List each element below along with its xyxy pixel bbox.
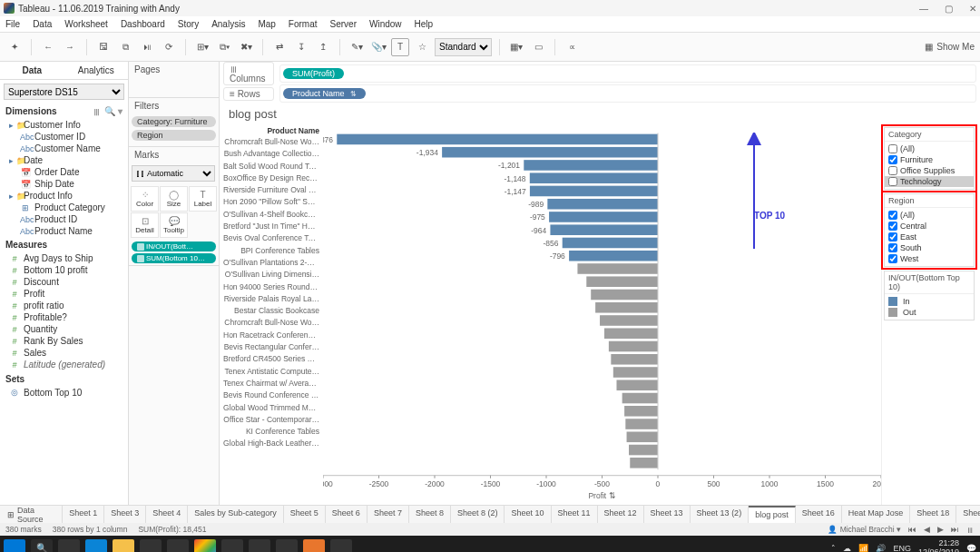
sheet-tab[interactable]: Sheet 8 (2) — [451, 506, 505, 523]
meas-profit[interactable]: #Profit — [4, 288, 124, 300]
analytics-tab[interactable]: Analytics — [64, 62, 129, 79]
meas-latitude-generated-[interactable]: #Latitude (generated) — [4, 359, 124, 370]
bar[interactable] — [524, 160, 658, 171]
nav-grid[interactable]: ⫼ — [966, 525, 975, 534]
filter-option[interactable]: South — [888, 242, 970, 253]
maximize-button[interactable]: ▢ — [945, 4, 953, 14]
bar[interactable] — [577, 263, 658, 274]
viz-title[interactable]: blog post — [229, 107, 277, 121]
dim-product-category[interactable]: ⊞Product Category — [4, 202, 124, 213]
filter-option[interactable]: Office Supplies — [888, 165, 970, 176]
chrome-icon[interactable] — [194, 539, 216, 552]
sort-asc-button[interactable]: ↧ — [292, 38, 310, 56]
mail-icon[interactable] — [167, 539, 189, 552]
meas-quantity[interactable]: #Quantity — [4, 323, 124, 335]
row-label[interactable]: Bevis Round Conference T… — [223, 389, 319, 401]
sheet-tab[interactable]: Sheet 18 — [910, 506, 956, 523]
row-label[interactable]: Hon 94000 Series Round T… — [223, 281, 319, 293]
row-label[interactable]: Balt Solid Wood Round Ta… — [223, 161, 319, 172]
bar[interactable] — [616, 380, 658, 390]
rows-pill-productname[interactable]: Product Name⇅ — [283, 88, 366, 99]
sheet-tab[interactable]: Sheet 1 — [63, 506, 104, 523]
sheet-tab[interactable]: blog post — [749, 506, 796, 523]
row-label[interactable]: Hon 2090 "Pillow Soft" Se… — [223, 196, 319, 208]
category-filter-card[interactable]: Category (All)FurnitureOffice SuppliesTe… — [884, 127, 975, 190]
row-label[interactable]: O'Sullivan 4-Shelf Bookca… — [223, 209, 319, 221]
sheet-tab[interactable]: Sales by Sub-category — [188, 506, 284, 523]
bar[interactable] — [625, 419, 658, 429]
filter-option[interactable]: (All) — [888, 210, 970, 221]
tray-notifications-icon[interactable]: 💬 — [966, 544, 976, 552]
taskview-icon[interactable] — [58, 539, 80, 552]
sheet-tab[interactable]: Heat Map Jose — [842, 506, 911, 523]
bar[interactable] — [550, 224, 658, 235]
dimensions-tools[interactable]: ⫼ 🔍 ▾ — [93, 106, 122, 116]
bar[interactable] — [547, 199, 658, 210]
menu-window[interactable]: Window — [369, 19, 402, 29]
columns-pill-profit[interactable]: SUM(Profit) — [283, 68, 344, 79]
row-label[interactable]: Global Wood Trimmed Ma… — [223, 402, 319, 414]
dim-customer-name[interactable]: AbcCustomer Name — [4, 143, 124, 154]
cards-button[interactable]: ▦▾ — [507, 38, 525, 56]
sheet-tab[interactable]: Sheet 13 (2) — [691, 506, 750, 523]
bar[interactable] — [611, 354, 658, 365]
marks-color[interactable]: ⁘Color — [131, 186, 159, 212]
tray-clock[interactable]: 21:28 12/06/2019 — [918, 539, 959, 552]
tableau-logo-icon[interactable]: ✦ — [5, 38, 24, 56]
row-label[interactable]: O'Sullivan Living Dimensi… — [223, 269, 319, 281]
save-button[interactable]: 🖫 — [94, 38, 113, 56]
sheet-tab[interactable]: Sheet 7 — [368, 506, 409, 523]
sheet-tab[interactable]: Sheet 13 — [644, 506, 691, 523]
bar[interactable] — [627, 432, 658, 443]
legend-item[interactable]: In — [888, 296, 970, 307]
menu-analysis[interactable]: Analysis — [211, 19, 245, 29]
dim-ship-date[interactable]: 📅Ship Date — [4, 178, 124, 190]
filter-option[interactable]: Furniture — [888, 154, 970, 165]
bar[interactable] — [630, 458, 658, 468]
redo-button[interactable]: → — [61, 38, 79, 56]
row-label[interactable]: Bestar Classic Bookcase — [223, 305, 319, 317]
row-label[interactable]: Hon Racetrack Conference… — [223, 330, 319, 341]
app-icon-3[interactable] — [276, 539, 298, 552]
row-label[interactable]: O'Sullivan Plantations 2-D… — [223, 257, 319, 269]
tray-lang[interactable]: ENG — [893, 544, 911, 552]
app-icon-1[interactable] — [221, 539, 243, 552]
marks-size[interactable]: ◯Size — [160, 186, 188, 212]
bar[interactable] — [613, 367, 658, 378]
share-button[interactable]: ∝ — [563, 38, 581, 56]
sheet-tab[interactable]: Sheet 10 — [505, 506, 551, 523]
row-label[interactable]: KI Conference Tables — [223, 426, 319, 438]
chart-area[interactable]: -2,876-1,934-1,201-1,148-1,147-989-975-9… — [323, 125, 881, 505]
filter-option[interactable]: Technology — [885, 176, 974, 187]
filter-option[interactable]: Central — [888, 221, 970, 232]
legend-item[interactable]: Out — [888, 307, 970, 318]
filter-option[interactable]: West — [888, 253, 970, 264]
datasource-dropdown[interactable]: Superstore DS15 — [4, 84, 124, 100]
app-icon-2[interactable] — [249, 539, 270, 552]
meas-rank-by-sales[interactable]: #Rank By Sales — [4, 335, 124, 347]
dim-product-name[interactable]: AbcProduct Name — [4, 225, 124, 237]
rows-shelf[interactable]: Product Name⇅ — [279, 84, 976, 103]
tray-up-icon[interactable]: ˄ — [831, 544, 836, 552]
meas-profit-ratio[interactable]: #profit ratio — [4, 300, 124, 311]
filter-pill[interactable]: Region — [132, 130, 216, 141]
close-button[interactable]: ✕ — [969, 4, 976, 14]
region-filter-card[interactable]: Region (All)CentralEastSouthWest — [884, 193, 975, 267]
pages-shelf[interactable] — [129, 77, 219, 97]
menu-help[interactable]: Help — [415, 19, 434, 29]
sort-desc-button[interactable]: ↥ — [314, 38, 332, 56]
marks-pill[interactable]: IN/OUT(Bott… — [132, 242, 216, 251]
sheet-tab[interactable]: Sheet 6 — [326, 506, 368, 523]
sheet-tab[interactable]: Sheet 16 — [796, 506, 842, 523]
minimize-button[interactable]: — — [919, 4, 928, 14]
new-sheet-button[interactable]: ⊞▾ — [193, 38, 211, 56]
bar[interactable] — [569, 251, 658, 261]
nav-next[interactable]: ▶ — [937, 525, 944, 534]
group-button[interactable]: 📎▾ — [369, 38, 387, 56]
bar[interactable] — [595, 302, 658, 313]
start-button[interactable] — [4, 539, 25, 552]
meas-discount[interactable]: #Discount — [4, 276, 124, 288]
inout-legend-card[interactable]: IN/OUT(Bottom Top 10) InOut — [884, 271, 975, 320]
bar[interactable] — [549, 212, 658, 222]
meas-bottom-10-profit[interactable]: #Bottom 10 profit — [4, 264, 124, 276]
